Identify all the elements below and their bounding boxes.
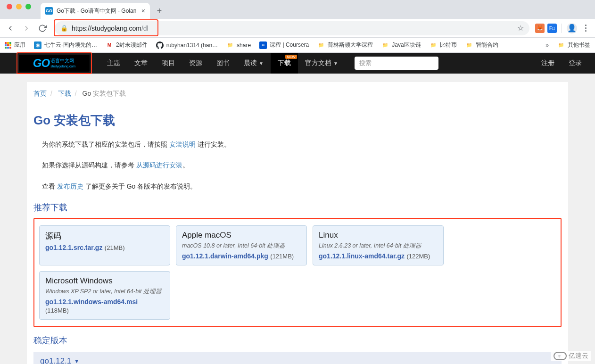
window-controls xyxy=(4,4,35,15)
annotation-highlight xyxy=(17,52,92,74)
download-title: Apple macOS xyxy=(182,231,301,240)
login-link[interactable]: 登录 xyxy=(569,59,582,67)
featured-downloads: 源码 go1.12.1.src.tar.gz (21MB) Apple macO… xyxy=(33,218,562,327)
bookmark-favicon: M xyxy=(106,41,113,49)
bookmark-favicon: ∞ xyxy=(259,41,267,49)
forward-button[interactable] xyxy=(20,22,33,35)
download-card-macos[interactable]: Apple macOS macOS 10.8 or later, Intel 6… xyxy=(176,225,307,265)
bookmark-label: 课程 | Coursera xyxy=(270,41,309,49)
download-title: 源码 xyxy=(45,231,164,241)
profile-avatar[interactable]: 👤 xyxy=(567,23,577,33)
download-subtitle: Linux 2.6.23 or later, Intel 64-bit 处理器 xyxy=(319,242,438,250)
install-from-source-link[interactable]: 从源码进行安装 xyxy=(136,161,182,169)
breadcrumb-home[interactable]: 首页 xyxy=(33,90,47,97)
address-bar[interactable]: 🔒 https://studygolang.com/dl ☆ xyxy=(55,21,529,35)
download-size: (118MB) xyxy=(45,307,69,314)
chevron-down-icon: ▼ xyxy=(333,61,338,66)
back-button[interactable] xyxy=(4,22,17,35)
github-icon xyxy=(156,41,164,49)
bookmark-item[interactable]: ∞课程 | Coursera xyxy=(259,41,309,49)
browser-tab[interactable]: GO Go下载 - Go语言中文网 - Golan × xyxy=(41,3,150,19)
maximize-window-button[interactable] xyxy=(25,4,31,9)
apps-button[interactable]: 应用 xyxy=(5,41,25,49)
page-body: 首页/ 下载/ Go 安装包下载 Go 安装包下载 为你的系统下载了相应的安装包… xyxy=(0,74,595,364)
bookmark-item[interactable]: 📁普林斯顿大学课程 xyxy=(317,41,373,49)
apps-label: 应用 xyxy=(14,41,25,49)
new-tab-button[interactable]: + xyxy=(153,4,166,17)
nav-item-download[interactable]: NEW下载 xyxy=(271,53,298,74)
download-title: Microsoft Windows xyxy=(45,276,164,286)
browser-menu-icon[interactable] xyxy=(580,25,591,32)
download-filename[interactable]: go1.12.1.darwin-amd64.pkg xyxy=(182,252,268,260)
other-bookmarks[interactable]: 📁其他书签 xyxy=(557,41,590,49)
register-link[interactable]: 注册 xyxy=(541,59,554,67)
nav-item-articles[interactable]: 文章 xyxy=(127,53,155,74)
folder-icon: 📁 xyxy=(226,41,234,49)
url-path: /dl xyxy=(141,25,149,32)
folder-icon: 📁 xyxy=(557,41,565,49)
release-history-link[interactable]: 发布历史 xyxy=(57,182,83,190)
reload-button[interactable] xyxy=(36,22,49,35)
breadcrumb-download[interactable]: 下载 xyxy=(58,90,71,97)
bookmark-label: 智能合约 xyxy=(476,41,498,49)
bookmark-item[interactable]: M2封未读邮件 xyxy=(106,41,148,49)
nav-item-resources[interactable]: 资源 xyxy=(182,53,209,74)
download-filename[interactable]: go1.12.1.windows-amd64.msi xyxy=(45,298,138,306)
download-card-linux[interactable]: Linux Linux 2.6.23 or later, Intel 64-bi… xyxy=(313,225,444,265)
watermark: ᯤ 亿速云 xyxy=(551,351,591,361)
url-text: https://studygolang.com/dl xyxy=(72,25,149,32)
separator xyxy=(562,24,562,33)
site-logo[interactable]: GO 语言中文网studygolang.com xyxy=(18,54,91,73)
extension-icon-2[interactable]: F□ xyxy=(547,24,557,33)
search-input[interactable]: 搜索 xyxy=(355,57,438,70)
nav-item-topics[interactable]: 主题 xyxy=(100,53,127,74)
breadcrumb-current-prefix: Go xyxy=(83,90,93,97)
watermark-text: 亿速云 xyxy=(569,352,588,360)
folder-icon: 📁 xyxy=(465,41,473,49)
version-label: go1.12.1 xyxy=(40,356,71,364)
breadcrumb: 首页/ 下载/ Go 安装包下载 xyxy=(33,82,562,106)
download-size: (21MB) xyxy=(105,244,125,251)
bookmarks-bar: 应用 ◉七牛云-国内领先的… M2封未读邮件 rubyhan1314 (han…… xyxy=(0,38,595,53)
intro-text: 为你的系统下载了相应的安装包后，请按照 安装说明 进行安装。 如果你选择从源码构… xyxy=(33,139,562,191)
chevron-down-icon: ▼ xyxy=(259,61,264,66)
download-size: (121MB) xyxy=(270,253,294,260)
bookmark-label: 其他书签 xyxy=(568,41,590,49)
bookmark-item[interactable]: 📁Java区块链 xyxy=(381,41,421,49)
download-card-source[interactable]: 源码 go1.12.1.src.tar.gz (21MB) xyxy=(39,225,170,265)
bookmark-favicon: ◉ xyxy=(34,41,41,49)
install-instructions-link[interactable]: 安装说明 xyxy=(169,141,196,148)
download-subtitle: macOS 10.8 or later, Intel 64-bit 处理器 xyxy=(182,242,301,250)
bookmark-item[interactable]: 📁比特币 xyxy=(430,41,457,49)
minimize-window-button[interactable] xyxy=(16,4,22,9)
extension-icon-1[interactable]: 🦊 xyxy=(535,24,545,33)
tab-favicon: GO xyxy=(45,7,53,15)
folder-icon: 📁 xyxy=(317,41,325,49)
bookmark-item[interactable]: 📁share xyxy=(226,41,251,49)
lock-icon: 🔒 xyxy=(60,25,68,32)
nav-item-docs[interactable]: 官方文档▼ xyxy=(298,53,345,74)
download-card-windows[interactable]: Microsoft Windows Windows XP SP2 or late… xyxy=(39,271,170,320)
nav-item-books[interactable]: 图书 xyxy=(209,53,237,74)
bookmarks-overflow-icon[interactable]: » xyxy=(545,42,549,49)
browser-toolbar: 🔒 https://studygolang.com/dl ☆ 🦊 F□ 👤 xyxy=(0,19,595,38)
nav-item-reading[interactable]: 晨读▼ xyxy=(237,53,271,74)
nav-item-projects[interactable]: 项目 xyxy=(155,53,182,74)
version-expander[interactable]: go1.12.1 ▼ xyxy=(33,352,562,364)
stable-heading: 稳定版本 xyxy=(33,335,562,346)
bookmark-item[interactable]: rubyhan1314 (han… xyxy=(156,41,218,49)
folder-icon: 📁 xyxy=(381,41,389,49)
breadcrumb-current: 安装包下载 xyxy=(93,90,126,97)
bookmark-star-icon[interactable]: ☆ xyxy=(517,24,524,33)
bookmark-label: 七牛云-国内领先的… xyxy=(44,41,97,49)
download-filename[interactable]: go1.12.1.linux-amd64.tar.gz xyxy=(319,252,405,260)
page-title: Go 安装包下载 xyxy=(33,112,562,129)
bookmark-item[interactable]: 📁智能合约 xyxy=(465,41,498,49)
close-window-button[interactable] xyxy=(7,4,12,9)
download-filename[interactable]: go1.12.1.src.tar.gz xyxy=(45,244,102,251)
close-tab-icon[interactable]: × xyxy=(141,7,145,15)
bookmark-label: share xyxy=(237,42,251,49)
download-title: Linux xyxy=(319,231,438,240)
bookmark-item[interactable]: ◉七牛云-国内领先的… xyxy=(34,41,97,49)
bookmark-label: 比特币 xyxy=(440,41,457,49)
